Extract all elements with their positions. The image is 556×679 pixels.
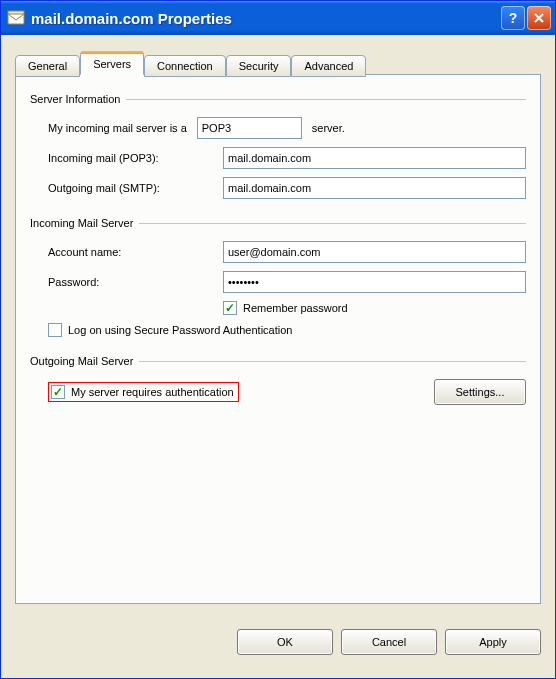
account-name-label: Account name:	[48, 246, 223, 258]
outgoing-auth-checkbox[interactable]	[51, 385, 65, 399]
window-title: mail.domain.com Properties	[31, 10, 499, 27]
tab-security[interactable]: Security	[226, 55, 292, 77]
tab-general[interactable]: General	[15, 55, 80, 77]
tabstrip: General Servers Connection Security Adva…	[15, 49, 541, 75]
password-field[interactable]	[223, 271, 526, 293]
server-type-suffix: server.	[312, 122, 345, 134]
help-button[interactable]: ?	[501, 6, 525, 30]
outgoing-mail-field[interactable]	[223, 177, 526, 199]
remember-password-checkbox[interactable]	[223, 301, 237, 315]
row-account-name: Account name:	[48, 241, 526, 263]
outgoing-mail-label: Outgoing mail (SMTP):	[48, 182, 223, 194]
svg-rect-1	[8, 11, 24, 14]
tab-advanced[interactable]: Advanced	[291, 55, 366, 77]
spa-checkbox[interactable]	[48, 323, 62, 337]
tab-connection[interactable]: Connection	[144, 55, 226, 77]
app-icon	[7, 9, 25, 27]
settings-button[interactable]: Settings...	[434, 379, 526, 405]
row-remember-password: Remember password	[223, 301, 526, 315]
tab-general-label: General	[28, 60, 67, 72]
properties-dialog: mail.domain.com Properties ? General Ser…	[0, 0, 556, 679]
spa-label: Log on using Secure Password Authenticat…	[68, 324, 292, 336]
group-incoming-mail-server: Incoming Mail Server Account name: Passw…	[30, 217, 526, 337]
close-button[interactable]	[527, 6, 551, 30]
group-divider	[139, 223, 526, 224]
tab-security-label: Security	[239, 60, 279, 72]
group-outgoing-mail-server: Outgoing Mail Server My server requires …	[30, 355, 526, 405]
tab-servers-label: Servers	[93, 58, 131, 70]
row-password: Password:	[48, 271, 526, 293]
group-divider	[126, 99, 526, 100]
row-outgoing-auth: My server requires authentication Settin…	[48, 379, 526, 405]
tab-connection-label: Connection	[157, 60, 213, 72]
titlebar: mail.domain.com Properties ?	[1, 1, 555, 35]
row-incoming-mail: Incoming mail (POP3):	[48, 147, 526, 169]
incoming-mail-field[interactable]	[223, 147, 526, 169]
apply-button[interactable]: Apply	[445, 629, 541, 655]
group-title-incoming: Incoming Mail Server	[30, 217, 139, 229]
client-area: General Servers Connection Security Adva…	[1, 35, 555, 618]
remember-password-label: Remember password	[243, 302, 348, 314]
password-label: Password:	[48, 276, 223, 288]
highlight-auth-required: My server requires authentication	[48, 382, 239, 402]
row-server-type: My incoming mail server is a server.	[48, 117, 526, 139]
group-divider	[139, 361, 526, 362]
row-spa: Log on using Secure Password Authenticat…	[48, 323, 526, 337]
account-name-field[interactable]	[223, 241, 526, 263]
svg-rect-0	[8, 13, 24, 24]
group-title-outgoing: Outgoing Mail Server	[30, 355, 139, 367]
outgoing-auth-label: My server requires authentication	[71, 386, 234, 398]
server-type-prefix: My incoming mail server is a	[48, 122, 187, 134]
group-title-server-info: Server Information	[30, 93, 126, 105]
cancel-button[interactable]: Cancel	[341, 629, 437, 655]
incoming-mail-label: Incoming mail (POP3):	[48, 152, 223, 164]
row-outgoing-mail: Outgoing mail (SMTP):	[48, 177, 526, 199]
ok-button[interactable]: OK	[237, 629, 333, 655]
tabpanel-servers: Server Information My incoming mail serv…	[15, 74, 541, 604]
group-server-information: Server Information My incoming mail serv…	[30, 93, 526, 199]
server-type-field[interactable]	[197, 117, 302, 139]
dialog-button-bar: OK Cancel Apply	[1, 618, 555, 678]
tab-advanced-label: Advanced	[304, 60, 353, 72]
tab-servers[interactable]: Servers	[80, 51, 144, 75]
